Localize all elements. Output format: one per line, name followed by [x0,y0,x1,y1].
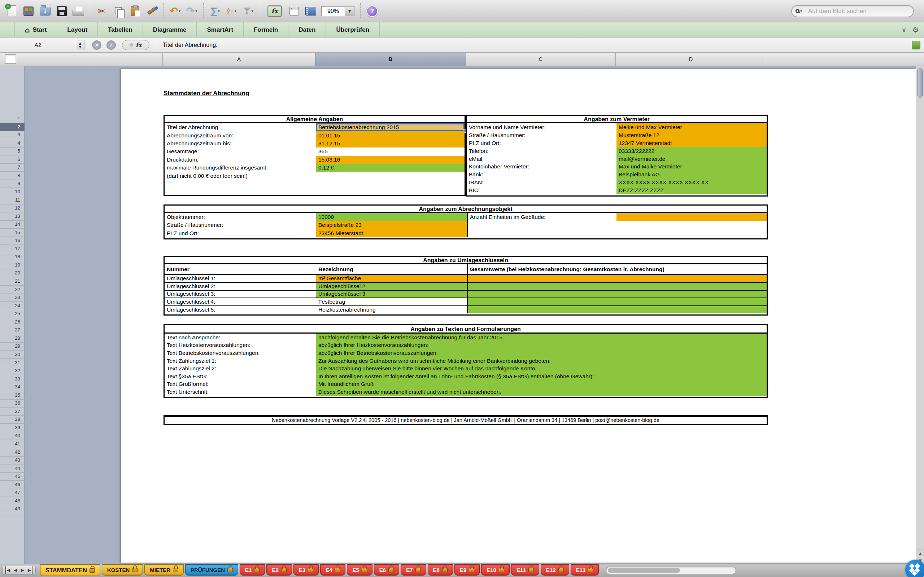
cell-label[interactable]: Umlageschlüssel 1: [165,275,316,282]
ribbon-settings-gear-icon[interactable]: ⚙ [912,26,919,34]
last-sheet-button[interactable]: ▶ [28,566,32,574]
cell-value[interactable]: abzüglich Ihrer Heizkostenvorauszahlunge… [316,342,767,350]
vertical-scrollbar[interactable]: ▲ ▼ [916,66,924,564]
column-header-D[interactable]: D [615,53,766,66]
cell-value[interactable]: Betriebskostenabrechnung 2015 [316,123,465,131]
cell-label[interactable]: Titel der Abrechnung: [165,123,316,131]
insert-function-button[interactable]: fx [122,40,149,50]
cell-bezeichnung[interactable]: m² Gesamtfläche [316,275,467,282]
cell-value[interactable]: Beispielstraße 23 [316,221,467,229]
cell-value[interactable]: 10000 [316,213,467,221]
cell-value[interactable]: 23456 Mieterstadt [316,229,467,237]
cell-label[interactable]: (darf nicht 0,00 € oder leer sein!) [165,172,316,180]
cell-gesamtwert[interactable] [467,298,767,305]
cell-value[interactable]: In Ihren anteiligen Kosten ist folgender… [316,372,767,380]
cell-value[interactable]: XXXX XXXX XXXX XXXX XXXX XX [617,179,767,187]
cell-label[interactable]: Anzahl Einheiten im Gebäude: [467,213,617,221]
row-header-31[interactable]: 31 [0,359,24,367]
cell-value[interactable]: Dieses Schreiben wurde maschinell erstel… [316,388,767,396]
row-header-33[interactable]: 33 [0,375,24,384]
table-header-cell[interactable]: Angaben zum Vermieter [467,116,767,123]
cancel-entry-button[interactable]: ✕ [92,40,102,50]
column-header-bezeichnung[interactable]: Bezeichnung [316,264,467,274]
row-header-16[interactable]: 16 [0,237,24,245]
cell-label[interactable]: Telefon: [467,147,617,155]
cell-value[interactable]: Die Nachzahlung überweisen Sie bitte bin… [316,364,767,372]
cell-label[interactable]: maximale Rundungsdifferenz insgesamt: [165,164,316,172]
cell-label[interactable]: Text Grußformel: [165,380,316,388]
horizontal-scrollbar[interactable] [606,567,736,574]
cell-value[interactable]: nachfolgend erhalten Sie die Betriebskos… [316,334,767,342]
row-header-32[interactable]: 32 [0,367,24,375]
row-header-17[interactable]: 17 [0,245,24,253]
cell-value[interactable]: 12347 Vermieterstadt [617,139,767,147]
row-header-12[interactable]: 12 [0,204,24,213]
vertical-scroll-thumb[interactable] [917,68,923,98]
row-header-28[interactable]: 28 [0,334,24,343]
ribbon-tab-formeln[interactable]: Formeln [244,23,288,37]
dropbox-status-icon[interactable] [905,560,924,577]
formula-content[interactable]: Titel der Abrechnung: [159,42,218,48]
sheet-tab-e3[interactable]: E3 [294,564,319,575]
sheet-tab-e5[interactable]: E5 [347,564,372,575]
cell-label[interactable]: Umlageschlüssel 2: [165,283,316,290]
cell-value[interactable]: Max und Maike Vermieter [617,163,767,171]
row-header-2[interactable]: 2 [0,123,24,131]
row-header-29[interactable]: 29 [0,342,24,351]
row-header-4[interactable]: 4 [0,139,24,148]
cell-label[interactable]: BIC: [467,187,617,194]
cell-value[interactable]: 0,12 € [316,164,465,172]
open-button[interactable]: ↓ [37,2,53,21]
cell-value[interactable]: 03333/222222 [617,147,767,155]
ribbon-tab-tabellen[interactable]: Tabellen [98,23,143,37]
row-header-1[interactable]: 1 [0,115,24,123]
sheet-tab-e6[interactable]: E6 [374,564,399,575]
sheet-section-title[interactable]: Stammdaten der Abrechnung [163,90,249,97]
sheet-tab-e9[interactable]: E9 [454,564,480,575]
next-sheet-button[interactable]: ▶ [21,566,24,574]
cell-value[interactable]: Zur Auszahlung des Guthabens wird um sch… [316,357,767,365]
cell-gesamtwert[interactable] [467,283,767,290]
cell-label[interactable]: Text §35a EStG: [165,372,316,380]
column-header-gesamtwerte[interactable]: Gesamtwerte (bei Heizkostenabrechnung: G… [467,264,767,274]
cell-label[interactable]: Abrechnungszeitraum von: [165,131,316,139]
template-footer-cell[interactable]: Nebenkostenabrechnung Vorlage V2.2 © 200… [163,415,768,425]
row-header-41[interactable]: 41 [0,440,24,448]
cell-bezeichnung[interactable]: Heizkostenabrechnung [316,306,467,313]
row-header-13[interactable]: 13 [0,213,24,221]
sheet-tab-kosten[interactable]: KOSTEN [102,564,143,575]
cell-gesamtwert[interactable] [467,291,767,298]
cell-value[interactable]: 365 [316,148,465,155]
sheet-tab-stammdaten[interactable]: STAMMDATEN [40,564,100,576]
cell-value[interactable]: abzüglich Ihrer Betriebskostenvorauszahl… [316,349,767,357]
row-header-34[interactable]: 34 [0,383,24,391]
page-corner-icon[interactable] [5,55,16,64]
help-button[interactable]: ? [364,2,380,21]
cell-label[interactable]: Gesamttage: [165,148,316,155]
cell-label[interactable]: Umlageschlüssel 3: [165,291,316,298]
row-header-30[interactable]: 30 [0,351,24,359]
row-header-37[interactable]: 37 [0,408,24,416]
cell-label[interactable]: Text Heizkostenvorauszahlungen: [165,342,316,350]
cell-label[interactable]: Vorname und Name Vermieter: [467,123,617,131]
cell-value[interactable]: Mit freundlichem Gruß [316,380,767,388]
row-header-39[interactable]: 39 [0,424,24,432]
row-header-21[interactable]: 21 [0,277,24,285]
ribbon-tab-überprüfen[interactable]: Überprüfen [326,23,380,37]
cell-value[interactable] [316,172,465,180]
row-header-43[interactable]: 43 [0,456,24,464]
column-header-B[interactable]: B [315,53,465,66]
cell-bezeichnung[interactable]: Festbetrag [316,298,467,305]
row-header-19[interactable]: 19 [0,261,24,269]
search-scope-button[interactable]: ▾ [795,9,805,13]
cell-value[interactable]: 01.01.15 [316,131,465,139]
cell-label[interactable]: PLZ und Ort: [467,139,617,147]
cell-label[interactable] [467,221,617,229]
row-header-11[interactable]: 11 [0,196,24,205]
save-button[interactable] [53,2,70,21]
cell-bezeichnung[interactable]: Umlageschlüssel 3 [316,291,467,298]
sort-button[interactable]: AZ↓▾ [223,2,240,21]
first-sheet-button[interactable]: ◀ [5,566,10,574]
row-header-9[interactable]: 9 [0,180,24,188]
workbook-gallery-button[interactable] [20,2,37,21]
